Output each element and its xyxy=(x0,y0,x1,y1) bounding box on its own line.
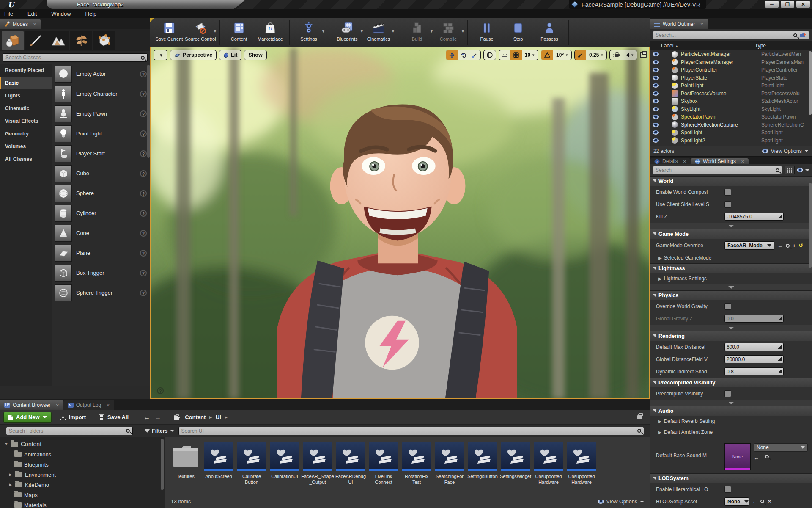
visibility-eye-icon[interactable] xyxy=(653,52,659,56)
help-icon[interactable]: ? xyxy=(140,250,147,257)
place-item-sphere-trigger[interactable]: Sphere Trigger? xyxy=(52,283,150,303)
search-assets-input[interactable] xyxy=(181,428,637,434)
section-expander[interactable] xyxy=(650,325,812,331)
asset-tile[interactable]: SettingsButton xyxy=(468,442,497,480)
property-matrix-button[interactable] xyxy=(785,166,795,174)
help-icon[interactable]: ? xyxy=(140,230,147,237)
category-visual-effects[interactable]: Visual Effects xyxy=(0,115,52,127)
menu-help[interactable]: Help xyxy=(85,9,97,18)
breadcrumb-content[interactable]: Content xyxy=(185,414,206,420)
asset-tile[interactable]: SearchingFor Face xyxy=(435,442,464,486)
camera-speed-button[interactable] xyxy=(610,50,623,60)
scale-snap-button[interactable] xyxy=(575,50,586,60)
outliner-row[interactable]: PlayerStatePlayerState xyxy=(650,74,812,82)
search-assets-box[interactable] xyxy=(178,427,644,435)
help-icon[interactable]: ? xyxy=(140,110,147,117)
category-cinematic[interactable]: Cinematic xyxy=(0,102,52,115)
add-new-button[interactable]: Add New xyxy=(3,412,52,423)
asset-folder-textures[interactable]: Textures xyxy=(171,442,200,480)
use-selected-icon[interactable]: ← xyxy=(752,498,757,505)
place-item-sphere[interactable]: Sphere? xyxy=(52,183,150,203)
help-icon[interactable]: ? xyxy=(140,170,147,177)
visibility-eye-icon[interactable] xyxy=(653,138,659,143)
visibility-eye-icon[interactable] xyxy=(653,83,659,88)
level-tab[interactable]: FaceTrackingMap2 xyxy=(47,0,245,9)
outliner-row[interactable]: PointLightPointLight xyxy=(650,82,812,90)
cinematics-button[interactable]: Cinematics ▼ xyxy=(363,20,394,41)
tree-item-animations[interactable]: Animations xyxy=(0,449,165,459)
scrollbar[interactable] xyxy=(147,65,150,158)
menu-window[interactable]: Window xyxy=(51,9,71,18)
sound-mix-thumbnail[interactable]: None xyxy=(724,443,751,470)
display-filter-eye-icon[interactable] xyxy=(797,168,803,172)
hlod-dropdown[interactable]: None xyxy=(724,497,749,506)
back-button[interactable]: ← xyxy=(143,414,150,421)
lock-icon[interactable] xyxy=(637,415,642,419)
mode-geometry-button[interactable] xyxy=(93,31,115,50)
checkbox[interactable] xyxy=(724,303,731,310)
tab-content-browser[interactable]: Content Browser✕ xyxy=(0,400,63,410)
expand-arrow-icon[interactable]: ▶ xyxy=(658,256,662,260)
browse-icon[interactable] xyxy=(760,500,764,503)
mode-place-button[interactable] xyxy=(2,31,24,50)
search-classes-input[interactable] xyxy=(5,55,141,61)
grid-snap-value[interactable]: 10▼ xyxy=(522,50,538,60)
place-item-point-light[interactable]: Point Light? xyxy=(52,124,150,144)
place-item-player-start[interactable]: Player Start? xyxy=(52,144,150,163)
settings-search-input[interactable] xyxy=(656,167,776,173)
outliner-row[interactable]: SkyLightSkyLight xyxy=(650,105,812,113)
minimize-button[interactable]: ─ xyxy=(765,0,779,8)
menu-edit[interactable]: Edit xyxy=(27,9,37,18)
visibility-eye-icon[interactable] xyxy=(653,115,659,119)
drag-resize-icon[interactable] xyxy=(778,370,782,373)
perspective-button[interactable]: Perspective xyxy=(170,50,217,60)
expand-arrow-icon[interactable]: ▶ xyxy=(658,430,662,435)
settings-button[interactable]: Settings ▼ xyxy=(293,20,324,41)
close-button[interactable]: ✕ xyxy=(796,0,810,8)
tree-item-content[interactable]: ▼Content xyxy=(0,439,165,449)
scale-snap-value[interactable]: 0.25▼ xyxy=(586,50,606,60)
visibility-eye-icon[interactable] xyxy=(653,68,659,72)
browse-icon[interactable] xyxy=(786,244,790,248)
search-folders-input[interactable] xyxy=(9,428,126,434)
outliner-row[interactable]: SphereReflectionCaptureSphereReflectionC xyxy=(650,121,812,129)
lit-button[interactable]: Lit xyxy=(219,50,241,60)
rotate-tool-button[interactable] xyxy=(458,50,469,60)
filters-button[interactable]: Filters xyxy=(145,428,174,434)
help-icon[interactable]: ? xyxy=(140,290,147,296)
drag-resize-icon[interactable] xyxy=(778,215,782,218)
section-expander[interactable] xyxy=(650,400,812,406)
show-button[interactable]: Show xyxy=(244,50,266,60)
close-icon[interactable]: ✕ xyxy=(683,159,686,164)
compile-button[interactable]: Compile ▼ xyxy=(433,20,464,41)
asset-tile[interactable]: LiveLink Connect xyxy=(369,442,398,486)
new-folder-icon[interactable] xyxy=(800,33,807,38)
save-current-button[interactable]: Save Current xyxy=(154,20,185,41)
tree-item-kitedemo[interactable]: ▶KiteDemo xyxy=(0,480,165,490)
settings-search-box[interactable] xyxy=(653,166,782,174)
breadcrumb-ui[interactable]: UI xyxy=(216,414,221,420)
place-item-empty-character[interactable]: Empty Character? xyxy=(52,84,150,104)
angle-snap-button[interactable] xyxy=(541,50,553,60)
section-world[interactable]: World xyxy=(650,176,812,186)
tab-world-settings[interactable]: World Settings✕ xyxy=(691,158,749,164)
angle-snap-value[interactable]: 10°▼ xyxy=(553,50,571,60)
scale-tool-button[interactable] xyxy=(469,50,480,60)
forward-button[interactable]: → xyxy=(154,414,161,421)
section-lodsystem[interactable]: LODSystem xyxy=(650,473,812,483)
outliner-row[interactable]: SpectatorPawnSpectatorPawn xyxy=(650,113,812,121)
asset-tile[interactable]: Calibrate Button xyxy=(237,442,266,486)
maximize-viewport-button[interactable] xyxy=(640,52,647,58)
restore-button[interactable]: ❐ xyxy=(780,0,795,8)
outliner-row[interactable]: SkyboxStaticMeshActor xyxy=(650,97,812,105)
world-local-toggle[interactable] xyxy=(483,50,496,60)
column-type[interactable]: Type xyxy=(755,43,812,49)
place-item-empty-pawn[interactable]: Empty Pawn? xyxy=(52,104,150,124)
distancefield-input[interactable]: 20000.0 xyxy=(724,355,784,363)
scrollbar[interactable] xyxy=(809,183,812,268)
viewport[interactable]: ▼ Perspective Lit Show 10▼ 10°▼ xyxy=(150,47,650,399)
chevron-down-icon[interactable]: ▼ xyxy=(321,29,325,33)
outliner-row[interactable]: ParticleEventManagerParticleEventMan xyxy=(650,50,812,58)
place-item-plane[interactable]: Plane? xyxy=(52,243,150,263)
close-icon[interactable]: ✕ xyxy=(33,22,36,27)
